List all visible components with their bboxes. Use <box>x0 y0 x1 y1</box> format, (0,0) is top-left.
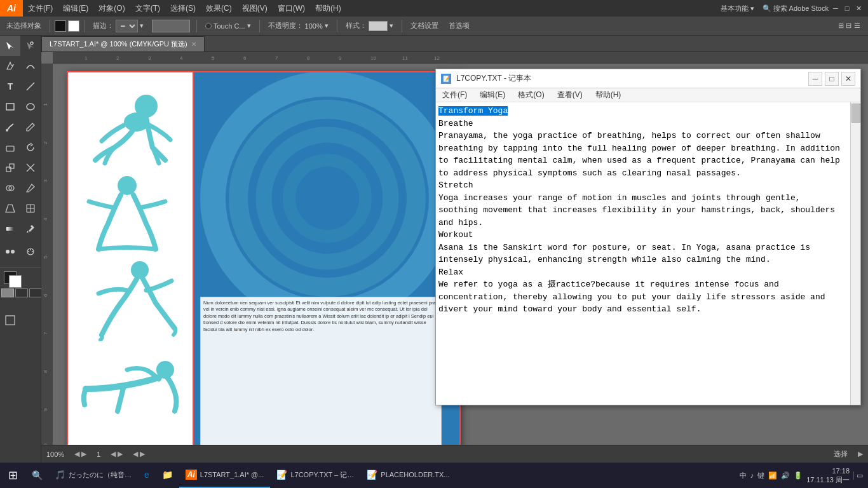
stroke-select[interactable]: ━ <box>116 20 138 32</box>
preferences-btn[interactable]: 首选项 <box>445 19 473 33</box>
stroke-control[interactable]: 描边： ━ ▾ <box>89 19 147 33</box>
menu-file[interactable]: 文件(F) <box>23 0 58 17</box>
volume-icon[interactable]: 🔊 <box>781 471 790 480</box>
doc-left-panel <box>67 71 194 469</box>
svg-rect-17 <box>6 316 15 325</box>
sys-icon-moon[interactable]: ♪ <box>750 471 754 479</box>
close-btn[interactable]: ✕ <box>854 4 863 13</box>
notepad-maximize-btn[interactable]: □ <box>825 72 839 86</box>
symbol-tool[interactable] <box>20 241 41 262</box>
gradient-tool[interactable] <box>0 219 20 239</box>
taskbar-notepad1[interactable]: 📝 L7COPY.TXT – 记… <box>270 463 360 488</box>
taskbar-media-player[interactable]: 🎵 だったのに（纯音… <box>48 463 138 488</box>
style-swatch[interactable] <box>369 21 388 31</box>
style-dropdown[interactable]: ▾ <box>390 22 393 30</box>
notepad-scrollbar[interactable] <box>850 102 860 405</box>
np-file-menu[interactable]: 文件(F) <box>436 88 473 102</box>
touch-control[interactable]: Touch C... ▾ <box>201 19 255 33</box>
np-format-menu[interactable]: 格式(O) <box>512 88 550 102</box>
fill-color-box[interactable] <box>55 20 66 32</box>
pencil-tool[interactable] <box>20 117 41 137</box>
scroll-thumb[interactable] <box>851 104 860 123</box>
menu-view[interactable]: 视图(V) <box>237 0 273 17</box>
svg-text:3: 3 <box>148 55 151 61</box>
battery-icon[interactable]: 🔋 <box>794 471 803 480</box>
change-screen-mode-btn[interactable] <box>0 310 20 330</box>
perspective-tool[interactable] <box>0 198 20 219</box>
start-button[interactable]: ⊞ <box>0 463 25 488</box>
svg-rect-10 <box>6 227 14 231</box>
menu-edit[interactable]: 编辑(E) <box>58 0 93 17</box>
menu-text[interactable]: 文字(T) <box>130 0 165 17</box>
page-nav[interactable]: ◀ ▶ <box>111 450 123 458</box>
system-time[interactable]: 17:18 17.11.13 周一 <box>806 466 850 485</box>
sys-icon-key[interactable]: 键 <box>757 471 764 480</box>
shape-builder-tool[interactable] <box>0 178 20 198</box>
svg-text:7: 7 <box>275 55 278 61</box>
svg-point-0 <box>31 42 33 44</box>
svg-text:4: 4 <box>43 217 48 220</box>
svg-text:6: 6 <box>43 294 48 297</box>
svg-point-11 <box>6 250 10 254</box>
paintbrush-tool[interactable] <box>0 117 20 137</box>
opacity-dropdown[interactable]: ▾ <box>325 22 329 30</box>
menu-icon[interactable]: ☰ <box>854 22 860 30</box>
opacity-label: 不透明度： <box>268 21 303 30</box>
overlay-text: Num doloreetum ven sequam ver suscipisti… <box>203 300 437 332</box>
show-desktop-btn[interactable]: ▭ <box>853 471 863 480</box>
live-paint-tool[interactable] <box>20 178 41 198</box>
arrange-icons[interactable]: ⊞ ⊟ <box>838 22 851 30</box>
text-tool[interactable]: T <box>0 76 20 97</box>
svg-text:9: 9 <box>43 408 48 411</box>
taskbar-search-btn[interactable]: 🔍 <box>25 463 48 488</box>
svg-point-43 <box>124 112 149 132</box>
rotate-tool[interactable] <box>20 137 41 158</box>
np-help-menu[interactable]: 帮助(H) <box>589 88 628 102</box>
rectangle-tool[interactable] <box>0 97 20 117</box>
stroke-swatch[interactable] <box>9 275 22 288</box>
menu-help[interactable]: 帮助(H) <box>310 0 346 17</box>
document-tab[interactable]: L7START_1.AI* @ 100% (CMYK/GPU 预选) ✕ <box>41 36 205 51</box>
network-icon[interactable]: 📶 <box>768 471 777 480</box>
doc-settings-btn[interactable]: 文档设置 <box>407 19 442 33</box>
menu-window[interactable]: 窗口(W) <box>273 0 310 17</box>
line-tool[interactable] <box>20 76 41 97</box>
zoom-level[interactable]: 100% <box>46 451 64 458</box>
minimize-btn[interactable]: ─ <box>831 4 840 13</box>
maximize-btn[interactable]: □ <box>843 4 851 13</box>
stroke-color-box[interactable] <box>68 20 79 32</box>
notepad-close-btn[interactable]: ✕ <box>841 72 855 86</box>
menu-right-controls: 基本功能 ▾ 🔍 搜索 Adobe Stock ─ □ ✕ <box>721 4 868 13</box>
taskbar-edge[interactable]: e <box>138 463 156 488</box>
blend-tool[interactable] <box>0 241 20 262</box>
sys-icon-zh[interactable]: 中 <box>740 471 747 480</box>
menu-object[interactable]: 对象(O) <box>93 0 130 17</box>
eyedropper-tool[interactable] <box>20 219 41 239</box>
np-edit-menu[interactable]: 编辑(E) <box>473 88 512 102</box>
direct-selection-tool[interactable] <box>20 36 41 56</box>
color-swatch[interactable] <box>152 20 190 32</box>
menu-effect[interactable]: 效果(C) <box>201 0 237 17</box>
pen-tool[interactable] <box>0 56 20 76</box>
notepad-icon: 📝 <box>441 74 451 84</box>
zoom-controls[interactable]: ◀ ▶ <box>74 450 86 458</box>
notepad-content-area[interactable]: Transform Yoga Breathe Pranayama, the yo… <box>436 102 850 405</box>
notepad-minimize-btn[interactable]: ─ <box>808 72 822 86</box>
taskbar-notepad2[interactable]: 📝 PLACEHOLDER.TX... <box>360 463 456 488</box>
mesh-tool[interactable] <box>20 198 41 219</box>
np-view-menu[interactable]: 查看(V) <box>551 88 589 102</box>
fill-stroke-swatch[interactable] <box>0 270 41 290</box>
taskbar-illustrator[interactable]: Ai L7START_1.AI* @... <box>179 463 271 488</box>
scroll-right[interactable]: ▶ <box>858 450 863 458</box>
ellipse-tool[interactable] <box>20 97 41 117</box>
scale-tool[interactable] <box>0 158 20 178</box>
taskbar-filemanager[interactable]: 📁 <box>156 463 179 488</box>
selection-tool[interactable] <box>0 36 20 56</box>
transform-tool[interactable] <box>20 158 41 178</box>
top-menu-bar: Ai 文件(F) 编辑(E) 对象(O) 文字(T) 选择(S) 效果(C) 视… <box>0 0 868 17</box>
tab-close-btn[interactable]: ✕ <box>191 41 196 48</box>
menu-select[interactable]: 选择(S) <box>165 0 201 17</box>
eraser-tool[interactable] <box>0 137 20 158</box>
curvature-tool[interactable] <box>20 56 41 76</box>
artboard-nav[interactable]: ◀ ▶ <box>133 450 145 458</box>
